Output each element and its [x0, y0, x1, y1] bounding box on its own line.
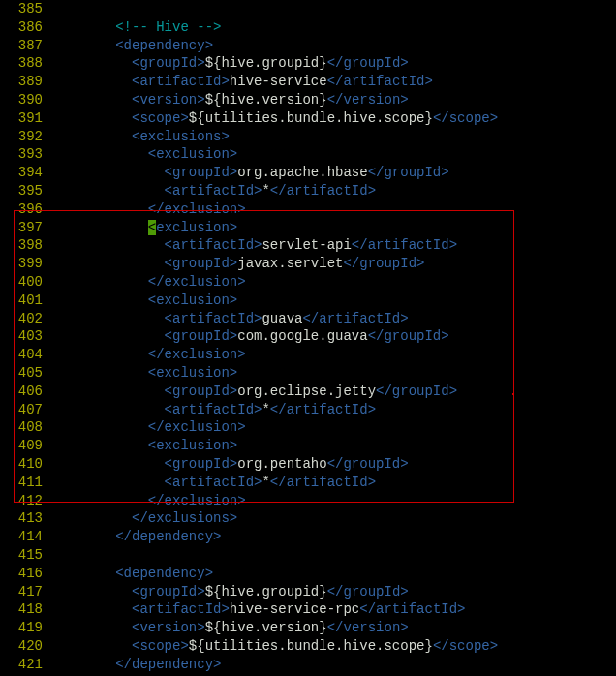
code-content[interactable]: <groupId>${hive.groupid}</groupId> — [50, 54, 616, 73]
code-content[interactable]: </exclusion> — [50, 200, 616, 219]
code-line[interactable]: 388 <groupId>${hive.groupid}</groupId> — [0, 54, 616, 73]
line-number: 387 — [0, 37, 50, 55]
code-content[interactable]: <exclusion> — [50, 292, 616, 310]
xml-tag: </groupId> — [327, 456, 409, 472]
code-line[interactable]: 396 </exclusion> — [0, 200, 616, 219]
code-content[interactable]: </dependency> — [50, 528, 616, 546]
code-line[interactable]: 420 <scope>${utilities.bundle.hive.scope… — [0, 637, 616, 656]
code-content[interactable]: <groupId>${hive.groupid}</groupId> — [50, 583, 616, 601]
code-content[interactable]: <artifactId>*</artifactId> — [50, 474, 616, 492]
xml-tag: <groupId> — [50, 584, 205, 599]
code-content[interactable]: <!-- Hive --> — [50, 18, 616, 37]
code-line[interactable]: 405 <exclusion> — [0, 364, 616, 383]
code-line[interactable]: 398 <artifactId>servlet-api</artifactId> — [0, 236, 616, 255]
code-line[interactable]: 399 <groupId>javax.servlet</groupId> — [0, 255, 616, 273]
xml-tag: <groupId> — [50, 165, 237, 180]
code-line[interactable]: 407 <artifactId>*</artifactId> — [0, 401, 616, 419]
code-content[interactable]: <artifactId>hive-service-rpc</artifactId… — [50, 600, 616, 619]
code-content[interactable]: <artifactId>servlet-api</artifactId> — [50, 236, 616, 255]
code-content[interactable]: <groupId>org.eclipse.jetty</groupId> — [50, 383, 616, 401]
code-content[interactable]: <exclusions> — [50, 128, 616, 146]
code-content[interactable]: <version>${hive.version}</version> — [50, 91, 616, 109]
code-content[interactable]: <version>${hive.version}</version> — [50, 619, 616, 637]
code-line[interactable]: 385 — [0, 0, 616, 18]
xml-tag: </exclusion> — [50, 274, 246, 290]
code-content[interactable]: <dependency> — [50, 565, 616, 583]
code-content[interactable]: <artifactId>*</artifactId> — [50, 401, 616, 419]
line-number: 417 — [0, 583, 50, 601]
code-line[interactable]: 406 <groupId>org.eclipse.jetty</groupId> — [0, 383, 616, 401]
code-line[interactable]: 417 <groupId>${hive.groupid}</groupId> — [0, 583, 616, 601]
code-line[interactable]: 418 <artifactId>hive-service-rpc</artifa… — [0, 600, 616, 619]
code-line[interactable]: 414 </dependency> — [0, 528, 616, 546]
code-content[interactable]: <scope>${utilities.bundle.hive.scope}</s… — [50, 637, 616, 656]
code-line[interactable]: 412 </exclusion> — [0, 492, 616, 510]
code-line[interactable]: 415 — [0, 546, 616, 565]
code-line[interactable]: 410 <groupId>org.pentaho</groupId> — [0, 455, 616, 474]
line-number: 406 — [0, 383, 50, 401]
xml-comment: <!-- Hive --> — [50, 19, 221, 35]
xml-text: ${hive.groupid} — [205, 584, 327, 599]
line-number: 412 — [0, 492, 50, 510]
xml-tag: <exclusion> — [50, 146, 237, 162]
code-content[interactable]: </exclusion> — [50, 273, 616, 292]
code-line[interactable]: 408 </exclusion> — [0, 418, 616, 437]
line-number: 405 — [0, 364, 50, 383]
code-line[interactable]: 397 <exclusion> — [0, 219, 616, 237]
code-content[interactable]: <groupId>org.apache.hbase</groupId> — [50, 164, 616, 182]
code-content[interactable]: </exclusion> — [50, 418, 616, 437]
code-content[interactable]: </dependency> — [50, 656, 616, 674]
code-content[interactable]: <scope>${utilities.bundle.hive.scope}</s… — [50, 109, 616, 128]
code-content[interactable]: <artifactId>hive-service</artifactId> — [50, 73, 616, 91]
code-content[interactable]: <artifactId>*</artifactId> — [50, 182, 616, 200]
code-line[interactable]: 392 <exclusions> — [0, 128, 616, 146]
code-content[interactable]: </exclusions> — [50, 509, 616, 528]
code-line[interactable]: 411 <artifactId>*</artifactId> — [0, 474, 616, 492]
code-line[interactable]: 390 <version>${hive.version}</version> — [0, 91, 616, 109]
code-line[interactable]: 394 <groupId>org.apache.hbase</groupId> — [0, 164, 616, 182]
code-line[interactable]: 393 <exclusion> — [0, 145, 616, 164]
code-content[interactable]: <groupId>javax.servlet</groupId> — [50, 255, 616, 273]
code-content[interactable]: <exclusion> — [50, 364, 616, 383]
code-content[interactable]: </exclusion> — [50, 346, 616, 364]
xml-text: hive-service — [230, 74, 327, 89]
code-line[interactable]: 413 </exclusions> — [0, 509, 616, 528]
code-line[interactable]: 391 <scope>${utilities.bundle.hive.scope… — [0, 109, 616, 128]
line-number: 398 — [0, 236, 50, 255]
code-line[interactable]: 416 <dependency> — [0, 565, 616, 583]
code-line[interactable]: 402 <artifactId>guava</artifactId> — [0, 310, 616, 328]
code-line[interactable]: 409 <exclusion> — [0, 437, 616, 455]
xml-text: ${hive.version} — [205, 92, 327, 108]
code-content[interactable]: <artifactId>guava</artifactId> — [50, 310, 616, 328]
code-content[interactable] — [50, 546, 616, 565]
xml-tag: </artifactId> — [352, 237, 457, 253]
code-content[interactable]: <dependency> — [50, 37, 616, 55]
code-line[interactable]: 419 <version>${hive.version}</version> — [0, 619, 616, 637]
xml-tag: </groupId> — [327, 55, 409, 71]
code-content[interactable]: <exclusion> — [50, 437, 616, 455]
code-line[interactable]: 404 </exclusion> — [0, 346, 616, 364]
code-content[interactable]: <groupId>org.pentaho</groupId> — [50, 455, 616, 474]
code-line[interactable]: 386 <!-- Hive --> — [0, 18, 616, 37]
code-line[interactable]: 400 </exclusion> — [0, 273, 616, 292]
xml-tag: <artifactId> — [50, 237, 262, 253]
code-content[interactable]: </exclusion> — [50, 492, 616, 510]
line-number: 385 — [0, 0, 50, 18]
xml-tag: </groupId> — [327, 584, 409, 599]
xml-tag: <artifactId> — [50, 601, 230, 617]
code-line[interactable]: 421 </dependency> — [0, 656, 616, 674]
code-content[interactable]: <exclusion> — [50, 219, 616, 237]
code-content[interactable] — [50, 0, 616, 18]
code-line[interactable]: 403 <groupId>com.google.guava</groupId> — [0, 327, 616, 346]
xml-text: guava — [262, 311, 302, 326]
code-line[interactable]: 389 <artifactId>hive-service</artifactId… — [0, 73, 616, 91]
xml-text: com.google.guava — [237, 328, 367, 344]
xml-tag: </exclusion> — [50, 493, 246, 508]
code-content[interactable]: <groupId>com.google.guava</groupId> — [50, 327, 616, 346]
code-line[interactable]: 387 <dependency> — [0, 37, 616, 55]
code-line[interactable]: 401 <exclusion> — [0, 292, 616, 310]
code-line[interactable]: 395 <artifactId>*</artifactId> — [0, 182, 616, 200]
code-editor[interactable]: 385386 <!-- Hive -->387 <dependency>388 … — [0, 0, 616, 673]
line-number: 420 — [0, 637, 50, 656]
code-content[interactable]: <exclusion> — [50, 145, 616, 164]
